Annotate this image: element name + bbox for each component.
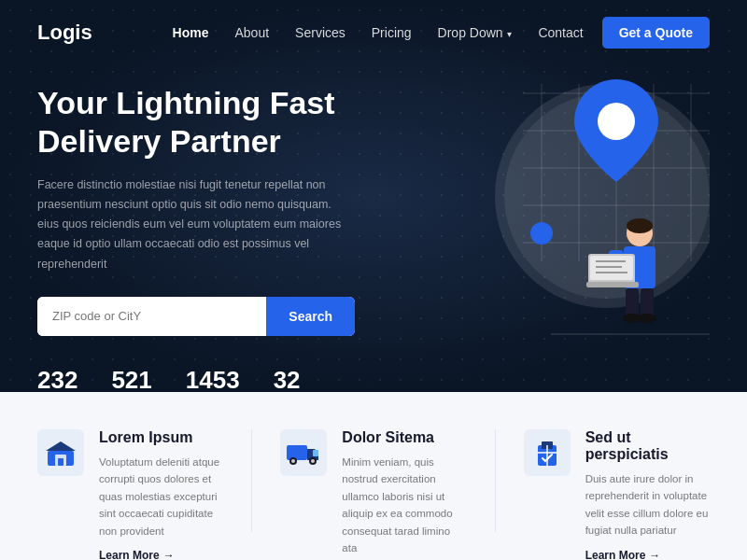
svg-rect-20 (586, 282, 639, 287)
hero-title: Your Lightning FastDelivery Partner (37, 84, 392, 161)
hero-section: Logis Home About Services Pricing Drop D… (0, 0, 747, 392)
service-content-2: Dolor Sitema Minim veniam, quis nostrud … (342, 429, 466, 532)
service-desc-1: Voluptatum deleniti atque corrupti quos … (99, 454, 223, 539)
svg-marker-30 (46, 441, 76, 451)
hero-left: Your Lightning FastDelivery Partner Face… (37, 75, 392, 392)
stat-support: 1453 Support (186, 366, 240, 392)
service-desc-3: Duis aute irure dolor in reprehenderit i… (585, 470, 710, 539)
get-quote-button[interactable]: Get a Quote (602, 17, 710, 49)
service-desc-2: Minim veniam, quis nostrud exercitation … (342, 454, 466, 556)
stat-workers: 32 Workers (274, 366, 315, 392)
hero-body: Your Lightning FastDelivery Partner Face… (0, 65, 747, 392)
arrow-right-icon: → (163, 549, 175, 560)
search-bar: Search (37, 297, 355, 336)
search-input[interactable] (37, 297, 266, 336)
package-icon (532, 438, 562, 468)
learn-more-3[interactable]: Learn More → (585, 549, 710, 560)
hero-illustration (392, 75, 710, 373)
svg-point-38 (311, 459, 315, 463)
svg-point-12 (598, 103, 635, 140)
logo: Logis (37, 21, 92, 45)
stat-workers-number: 32 (274, 366, 315, 392)
navbar: Logis Home About Services Pricing Drop D… (0, 0, 747, 65)
service-title-2: Dolor Sitema (342, 429, 466, 446)
hero-description: Facere distinctio molestiae nisi fugit t… (37, 175, 355, 274)
nav-about[interactable]: About (235, 25, 270, 40)
dropdown-arrow-icon: ▾ (505, 29, 513, 39)
service-content-3: Sed ut perspiciatis Duis aute irure dolo… (585, 429, 710, 532)
svg-rect-33 (287, 445, 307, 460)
stat-projects: 521 Projects (111, 366, 151, 392)
service-title-1: Lorem Ipsum (99, 429, 223, 446)
stat-support-number: 1453 (186, 366, 240, 392)
service-icon-2 (280, 429, 327, 532)
stat-clients: 232 Clients (37, 366, 78, 392)
arrow-right-icon-3: → (649, 549, 660, 560)
nav-contact[interactable]: Contact (538, 25, 583, 40)
service-card-3: Sed ut perspiciatis Duis aute irure dolo… (495, 429, 710, 532)
stats-row: 232 Clients 521 Projects 1453 Support 32 (37, 366, 392, 392)
hero-svg (392, 75, 710, 364)
svg-point-13 (530, 222, 553, 245)
service-card-2: Dolor Sitema Minim veniam, quis nostrud … (251, 429, 466, 532)
nav-dropdown[interactable]: Drop Down ▾ (438, 25, 513, 40)
service-content-1: Lorem Ipsum Voluptatum deleniti atque co… (99, 429, 223, 532)
learn-more-1[interactable]: Learn More → (99, 549, 223, 560)
svg-point-15 (627, 218, 653, 233)
warehouse-icon (46, 438, 76, 468)
svg-rect-34 (313, 450, 318, 456)
stat-projects-number: 521 (111, 366, 151, 392)
nav-links: Home About Services Pricing Drop Down ▾ … (173, 24, 584, 41)
svg-point-27 (638, 314, 656, 323)
service-icon-3 (524, 429, 571, 532)
svg-rect-32 (58, 458, 63, 466)
nav-services[interactable]: Services (295, 25, 345, 40)
nav-pricing[interactable]: Pricing (372, 25, 412, 40)
truck-icon (287, 440, 320, 466)
service-title-3: Sed ut perspiciatis (585, 429, 710, 463)
services-section: Lorem Ipsum Voluptatum deleniti atque co… (0, 392, 747, 560)
service-icon-1 (37, 429, 84, 532)
service-card-1: Lorem Ipsum Voluptatum deleniti atque co… (37, 429, 223, 532)
nav-home[interactable]: Home (173, 25, 209, 40)
search-button[interactable]: Search (266, 297, 355, 336)
svg-point-36 (291, 459, 295, 463)
stat-clients-number: 232 (37, 366, 78, 392)
